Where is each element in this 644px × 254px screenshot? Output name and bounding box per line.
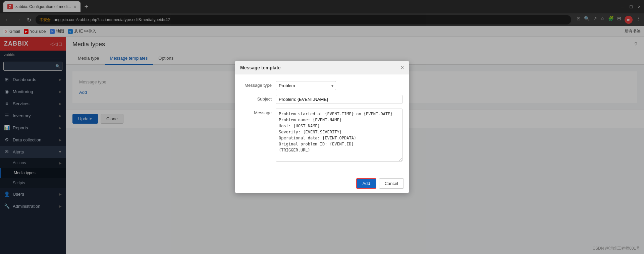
- message-type-content: Problem Problem recovery Problem update …: [276, 81, 402, 90]
- subject-content: [276, 95, 402, 104]
- message-template-modal: Message template × Message type Problem …: [235, 61, 409, 193]
- message-field: Message Problem started at {EVENT.TIME} …: [241, 109, 402, 163]
- subject-field: Subject: [241, 95, 402, 104]
- modal-close-button[interactable]: ×: [401, 65, 404, 71]
- message-label: Message: [241, 109, 272, 115]
- modal-cancel-button[interactable]: Cancel: [379, 178, 404, 189]
- message-content: Problem started at {EVENT.TIME} on {EVEN…: [276, 109, 402, 163]
- modal-header: Message template ×: [235, 61, 409, 74]
- modal-add-button[interactable]: Add: [356, 178, 376, 189]
- message-type-field: Message type Problem Problem recovery Pr…: [241, 81, 402, 90]
- message-type-select-wrapper: Problem Problem recovery Problem update …: [276, 81, 336, 90]
- subject-input[interactable]: [276, 95, 402, 104]
- modal-overlay: Message template × Message type Problem …: [0, 0, 644, 254]
- modal-footer: Add Cancel: [235, 174, 409, 193]
- modal-title: Message template: [240, 65, 281, 70]
- modal-body: Message type Problem Problem recovery Pr…: [235, 74, 409, 174]
- message-textarea[interactable]: Problem started at {EVENT.TIME} on {EVEN…: [276, 109, 402, 162]
- subject-label: Subject: [241, 95, 272, 102]
- message-type-label: Message type: [241, 81, 272, 88]
- message-type-select[interactable]: Problem Problem recovery Problem update …: [276, 81, 336, 90]
